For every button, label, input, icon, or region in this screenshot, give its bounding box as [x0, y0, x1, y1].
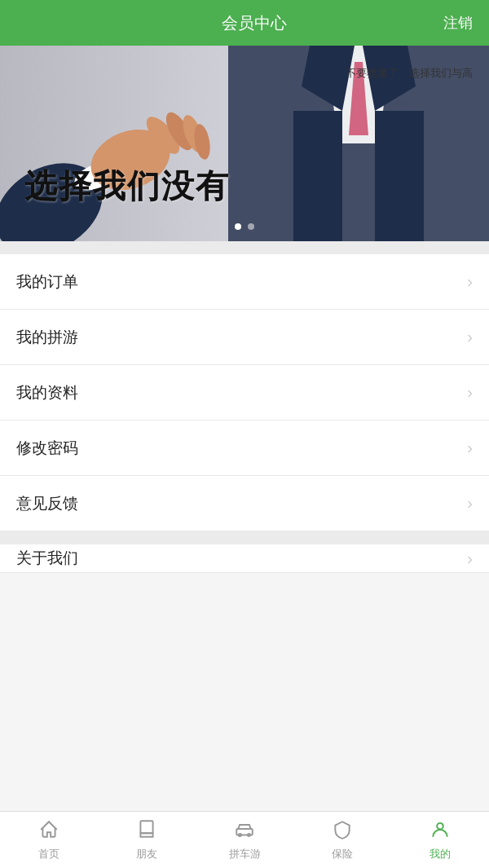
menu-item-feedback[interactable]: 意见反馈 › — [0, 476, 489, 531]
svg-point-19 — [437, 822, 443, 829]
nav-label-mine: 我的 — [430, 847, 451, 861]
menu-label-feedback: 意见反馈 — [16, 493, 78, 514]
car-icon — [234, 819, 255, 844]
person-icon — [430, 819, 451, 844]
menu-label-orders: 我的订单 — [16, 271, 78, 293]
section-separator — [0, 241, 489, 254]
chevron-icon-about: › — [467, 549, 473, 568]
svg-rect-15 — [140, 821, 152, 833]
shield-icon — [332, 819, 353, 844]
banner-main-text: 选择我们没有 — [24, 164, 465, 209]
header-title: 会员中心 — [65, 12, 443, 34]
chevron-icon-orders: › — [467, 272, 473, 291]
menu-item-about[interactable]: 关于我们 › — [0, 544, 489, 573]
chevron-icon-feedback: › — [467, 494, 473, 513]
chevron-icon-trip: › — [467, 328, 473, 346]
nav-item-friends[interactable]: 朋友 — [98, 812, 196, 868]
nav-label-carpool: 拼车游 — [229, 847, 261, 861]
nav-item-insurance[interactable]: 保险 — [293, 812, 391, 868]
banner: 选择我们没有 不要犹豫了，选择我们与高 — [0, 46, 489, 241]
menu-item-trip[interactable]: 我的拼游 › — [0, 310, 489, 365]
nav-label-insurance: 保险 — [332, 847, 353, 861]
menu-label-profile: 我的资料 — [16, 382, 78, 403]
logout-button[interactable]: 注销 — [443, 13, 473, 33]
nav-item-carpool[interactable]: 拼车游 — [196, 812, 293, 868]
menu-label-about: 关于我们 — [16, 548, 78, 569]
menu-item-orders[interactable]: 我的订单 › — [0, 254, 489, 310]
menu-label-trip: 我的拼游 — [16, 327, 78, 348]
dot-2 — [248, 223, 254, 230]
section-separator-2 — [0, 531, 489, 544]
chevron-icon-password: › — [467, 438, 473, 457]
menu-item-password[interactable]: 修改密码 › — [0, 421, 489, 476]
friends-icon — [136, 819, 157, 844]
dot-1 — [235, 223, 241, 230]
banner-hand-figure — [0, 78, 228, 241]
chevron-icon-profile: › — [467, 383, 473, 402]
banner-dots — [235, 223, 254, 230]
bottom-nav: 首页 朋友 拼车游 保险 — [0, 811, 489, 868]
nav-label-home: 首页 — [38, 847, 59, 861]
banner-sub-text: 不要犹豫了，选择我们与高 — [346, 66, 473, 81]
menu-item-profile[interactable]: 我的资料 › — [0, 365, 489, 421]
menu-label-password: 修改密码 — [16, 438, 78, 459]
nav-item-home[interactable]: 首页 — [0, 812, 98, 868]
app-header: 会员中心 注销 — [0, 0, 489, 46]
home-icon — [38, 819, 59, 844]
menu-list: 我的订单 › 我的拼游 › 我的资料 › 修改密码 › 意见反馈 › 关于我们 … — [0, 254, 489, 573]
nav-item-mine[interactable]: 我的 — [391, 812, 489, 868]
banner-text-area: 选择我们没有 — [24, 164, 465, 209]
nav-label-friends: 朋友 — [136, 847, 157, 861]
